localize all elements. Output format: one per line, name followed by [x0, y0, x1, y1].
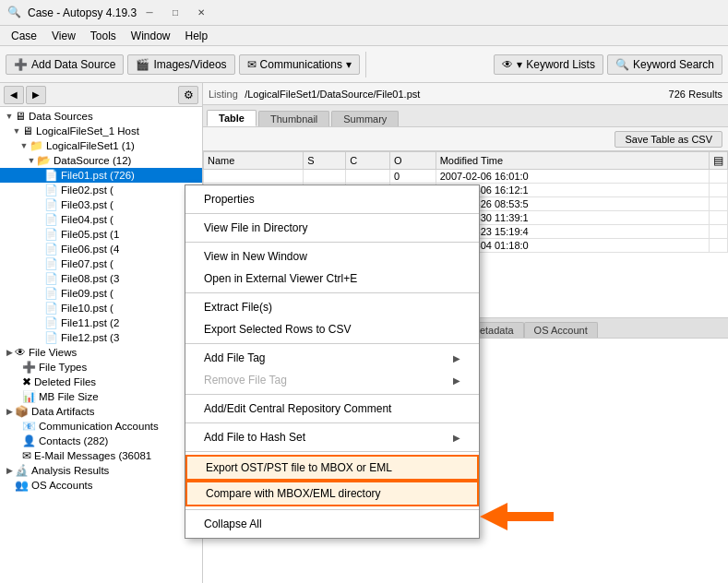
ctx-add-file-tag[interactable]: Add File Tag ▶	[185, 347, 479, 369]
images-videos-button[interactable]: 🎬 Images/Videos	[127, 54, 234, 75]
sidebar-item-analysis-results[interactable]: ▶ 🔬 Analysis Results	[0, 463, 202, 478]
sidebar-item-file10[interactable]: 📄 File10.pst (	[0, 301, 202, 315]
filesize-icon: 📊	[22, 390, 36, 403]
cell-extra	[710, 211, 728, 225]
communications-button[interactable]: ✉ Communications ▾	[239, 54, 360, 75]
sidebar-item-file11[interactable]: 📄 File11.pst (2	[0, 315, 202, 330]
pst-file-icon: 📄	[44, 213, 58, 226]
pst-file-icon: 📄	[44, 198, 58, 211]
ctx-sep-4	[185, 343, 479, 344]
close-button[interactable]: ✕	[188, 3, 214, 23]
submenu-arrow-icon: ▶	[453, 375, 460, 386]
sidebar-item-communication-accounts[interactable]: 📧 Communication Accounts	[0, 419, 202, 434]
minimize-button[interactable]: ─	[137, 3, 162, 23]
ctx-extract-files[interactable]: Extract File(s)	[185, 296, 479, 318]
ctx-compare-mbox[interactable]: Compare with MBOX/EML directory	[185, 481, 479, 506]
artifacts-icon: 📦	[15, 405, 29, 418]
ctx-open-external-viewer[interactable]: Open in External Viewer Ctrl+E	[185, 268, 479, 290]
sidebar: ◀ ▶ ⚙ ▼ 🖥 Data Sources ▼ 🖥 LogicalFileSe…	[0, 83, 203, 583]
sidebar-item-file-size[interactable]: 📊 MB File Size	[0, 389, 202, 404]
ctx-view-file-in-dir[interactable]: View File in Directory	[185, 217, 479, 239]
table-row[interactable]: 0 2007-02-06 16:01:0	[204, 170, 728, 184]
menu-tools[interactable]: Tools	[83, 28, 124, 44]
expand-icon: ▶	[4, 348, 15, 357]
keyword-lists-button[interactable]: 👁 ▾ Keyword Lists	[494, 54, 603, 75]
menu-window[interactable]: Window	[124, 28, 178, 44]
views-icon: 👁	[15, 346, 26, 359]
maximize-button[interactable]: □	[162, 3, 188, 23]
menu-help[interactable]: Help	[178, 28, 216, 44]
ctx-sep-3	[185, 292, 479, 293]
sidebar-item-file05[interactable]: 📄 File05.pst (1	[0, 227, 202, 242]
sidebar-item-email-messages[interactable]: ✉ E-Mail Messages (36081	[0, 448, 202, 463]
tab-summary[interactable]: Summary	[331, 111, 399, 126]
ctx-add-edit-central-repo[interactable]: Add/Edit Central Repository Comment	[185, 398, 479, 420]
sidebar-item-file06[interactable]: 📄 File06.pst (4	[0, 242, 202, 256]
sidebar-item-deleted-files[interactable]: ✖ Deleted Files	[0, 375, 202, 389]
sidebar-item-contacts[interactable]: 👤 Contacts (282)	[0, 434, 202, 448]
pst-file-icon: 📄	[44, 228, 58, 241]
ctx-view-in-new-window[interactable]: View in New Window	[185, 245, 479, 268]
submenu-arrow-icon: ▶	[453, 433, 460, 443]
listing-info: Listing /LogicalFileSet1/DataSource/File…	[209, 88, 420, 101]
dropdown-arrow-icon: ▾	[346, 58, 352, 71]
sidebar-item-file12[interactable]: 📄 File12.pst (3	[0, 330, 202, 345]
ctx-properties[interactable]: Properties	[185, 188, 479, 210]
deleted-icon: ✖	[22, 375, 31, 388]
tab-table[interactable]: Table	[207, 110, 257, 126]
sidebar-item-file-types[interactable]: ➕ File Types	[0, 360, 202, 375]
toolbar-separator	[365, 52, 366, 77]
ctx-remove-file-tag[interactable]: Remove File Tag ▶	[185, 369, 479, 391]
sidebar-item-file09[interactable]: 📄 File09.pst (	[0, 286, 202, 301]
sidebar-item-file04[interactable]: 📄 File04.pst (	[0, 212, 202, 227]
ctx-export-rows[interactable]: Export Selected Rows to CSV	[185, 318, 479, 340]
ctx-sep-8	[185, 509, 479, 510]
pst-file-icon: 📄	[44, 316, 58, 329]
keyword-search-button[interactable]: 🔍 Keyword Search	[607, 54, 722, 75]
cell-extra	[710, 225, 728, 239]
dropdown-arrow: ▾	[517, 58, 522, 71]
sidebar-settings-button[interactable]: ⚙	[178, 86, 198, 104]
cell-extra	[710, 170, 728, 184]
ctx-add-file-to-hash-set[interactable]: Add File to Hash Set ▶	[185, 426, 479, 448]
back-button[interactable]: ◀	[4, 86, 24, 104]
menu-case[interactable]: Case	[4, 28, 44, 44]
forward-button[interactable]: ▶	[26, 86, 46, 104]
sidebar-item-os-accounts[interactable]: 👥 OS Accounts	[0, 478, 202, 493]
pst-file-icon: 📄	[44, 287, 58, 300]
sidebar-item-file-views[interactable]: ▶ 👁 File Views	[0, 345, 202, 360]
pst-file-icon: 📄	[44, 272, 58, 285]
ctx-export-ost-pst[interactable]: Export OST/PST file to MBOX or EML	[185, 455, 479, 481]
ctx-collapse-all[interactable]: Collapse All	[185, 513, 479, 535]
col-c: C	[346, 152, 390, 170]
eye-icon: 👁	[502, 58, 513, 71]
sidebar-item-file07[interactable]: 📄 File07.pst (	[0, 256, 202, 271]
add-data-source-button[interactable]: ➕ Add Data Source	[6, 54, 124, 75]
sidebar-item-logical-file-set[interactable]: ▼ 📁 LogicalFileSet1 (1)	[0, 138, 202, 153]
sidebar-item-file08[interactable]: 📄 File08.pst (3	[0, 271, 202, 286]
sidebar-item-file02[interactable]: 📄 File02.pst (	[0, 183, 202, 197]
sidebar-item-data-artifacts[interactable]: ▶ 📦 Data Artifacts	[0, 404, 202, 419]
sidebar-item-file03[interactable]: 📄 File03.pst (	[0, 197, 202, 212]
menu-view[interactable]: View	[44, 28, 83, 44]
cell-name	[204, 170, 304, 184]
expand-icon: ▼	[18, 141, 30, 150]
save-table-csv-button[interactable]: Save Table as CSV	[615, 131, 722, 148]
sidebar-item-data-sources[interactable]: ▼ 🖥 Data Sources	[0, 109, 202, 124]
expand-icon: ▼	[11, 126, 22, 136]
os-accounts-icon: 👥	[15, 479, 29, 492]
table-toolbar: Save Table as CSV	[203, 127, 728, 151]
sidebar-item-file01[interactable]: 📄 File01.pst (726)	[0, 168, 202, 183]
cell-modified: 2007-02-06 16:01:0	[436, 170, 709, 184]
tab-os-account[interactable]: OS Account	[524, 322, 598, 338]
sidebar-item-data-source[interactable]: ▼ 📂 DataSource (12)	[0, 153, 202, 168]
ctx-sep-1	[185, 213, 479, 214]
expand-icon: ▼	[26, 156, 37, 165]
col-modified: Modified Time	[436, 152, 709, 170]
pst-file-icon: 📄	[44, 257, 58, 270]
sidebar-nav: ◀ ▶ ⚙	[0, 83, 202, 107]
sidebar-item-logical-file-set-host[interactable]: ▼ 🖥 LogicalFileSet_1 Host	[0, 124, 202, 138]
tab-thumbnail[interactable]: Thumbnail	[258, 111, 329, 126]
window-controls: ─ □ ✕	[137, 3, 214, 23]
col-o: O	[390, 152, 436, 170]
